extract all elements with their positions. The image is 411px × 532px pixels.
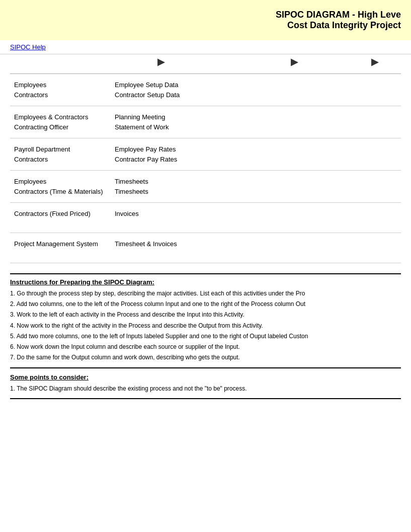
- supplier-line-2: Contractors: [14, 90, 107, 100]
- supplier-line-10: Project Management System: [14, 239, 107, 249]
- input-line-10: Timesheet & Invoices: [115, 239, 207, 249]
- customer-cell-2: [337, 110, 411, 114]
- supplier-line-3: Employees & Contractors: [14, 112, 107, 122]
- sipoc-help-link[interactable]: SIPOC Help: [10, 43, 46, 51]
- list-item: 7. Do the same for the Output column and…: [10, 353, 401, 362]
- input-line-7: Timesheets: [115, 177, 207, 187]
- list-item: 2. Add two columns, one to the left of t…: [10, 299, 401, 309]
- points-content: 1. The SIPOC Diagram should describe the…: [10, 384, 401, 394]
- list-item: 5. Add two more columns, one to the left…: [10, 332, 401, 341]
- output-cell-3: [252, 142, 337, 146]
- process-cell-3: [211, 142, 252, 146]
- table-row: Contractors (Fixed Priced) Invoices: [10, 203, 401, 233]
- list-item: 3. Work to the left of each activity in …: [10, 310, 401, 320]
- process-cell-5: [211, 207, 252, 211]
- sipoc-help-row: SIPOC Help: [0, 40, 411, 54]
- arrow-spacer-2: [211, 54, 252, 69]
- list-item: 4. Now work to the right of the activity…: [10, 321, 401, 331]
- output-cell-4: [252, 175, 337, 179]
- supplier-cell-3: Payroll Department Contractors: [10, 142, 111, 166]
- output-cell-1: [252, 78, 337, 82]
- arrows-row: ▶ ▶ ▶: [10, 54, 401, 69]
- table-row: Employees Contractors Employee Setup Dat…: [10, 74, 401, 106]
- output-cell-6: [252, 237, 337, 241]
- list-item: 6. Now work down the Input column and de…: [10, 342, 401, 352]
- supplier-line-6: Contractors: [14, 155, 107, 165]
- header-title-line2: Cost Data Integrity Project: [276, 20, 401, 31]
- points-title: Some points to consider:: [10, 373, 401, 381]
- instructions-title: Instructions for Preparing the SIPOC Dia…: [10, 278, 401, 286]
- supplier-line-8: Contractors (Time & Materials): [14, 187, 107, 197]
- input-line-6: Contractor Pay Rates: [115, 155, 207, 165]
- input-cell-5: Invoices: [111, 207, 211, 221]
- input-line-5: Employee Pay Rates: [115, 144, 207, 155]
- instructions-area: Instructions for Preparing the SIPOC Dia…: [10, 273, 401, 368]
- supplier-line-4: Contracting Officer: [14, 122, 107, 132]
- points-area: Some points to consider: 1. The SIPOC Di…: [10, 373, 401, 399]
- table-row: Project Management System Timesheet & In…: [10, 233, 401, 263]
- input-cell-1: Employee Setup Data Contractor Setup Dat…: [111, 78, 211, 102]
- customer-cell-6: [337, 237, 411, 241]
- input-line-3: Planning Meeting: [115, 112, 207, 122]
- input-cell-6: Timesheet & Invoices: [111, 237, 211, 251]
- supplier-cell-2: Employees & Contractors Contracting Offi…: [10, 110, 111, 134]
- input-line-1: Employee Setup Data: [115, 80, 207, 90]
- customer-cell-1: [337, 78, 411, 82]
- supplier-cell-1: Employees Contractors: [10, 78, 111, 102]
- input-cell-2: Planning Meeting Statement of Work: [111, 110, 211, 134]
- supplier-cell-5: Contractors (Fixed Priced): [10, 207, 111, 221]
- header-title-line1: SIPOC DIAGRAM - High Leve: [276, 10, 401, 20]
- input-cell-3: Employee Pay Rates Contractor Pay Rates: [111, 142, 211, 166]
- supplier-cell-4: Employees Contractors (Time & Materials): [10, 175, 111, 198]
- arrow-3: ▶: [337, 54, 411, 69]
- arrow-2: ▶: [252, 54, 337, 69]
- supplier-line-5: Payroll Department: [14, 144, 107, 155]
- input-cell-4: Timesheets Timesheets: [111, 175, 211, 198]
- process-cell-1: [211, 78, 252, 82]
- process-cell-6: [211, 237, 252, 241]
- input-line-4: Statement of Work: [115, 122, 207, 132]
- output-cell-2: [252, 110, 337, 114]
- table-row: Employees Contractors (Time & Materials)…: [10, 171, 401, 203]
- list-item: 1. Go through the process step by step, …: [10, 289, 401, 298]
- arrow-1: ▶: [111, 54, 211, 69]
- output-cell-5: [252, 207, 337, 211]
- table-row: Employees & Contractors Contracting Offi…: [10, 106, 401, 138]
- input-line-2: Contractor Setup Data: [115, 90, 207, 100]
- supplier-line-1: Employees: [14, 80, 107, 90]
- table-row: Payroll Department Contractors Employee …: [10, 138, 401, 171]
- header-title: SIPOC DIAGRAM - High Leve Cost Data Inte…: [276, 10, 401, 31]
- customer-cell-4: [337, 175, 411, 179]
- header-bar: SIPOC DIAGRAM - High Leve Cost Data Inte…: [0, 0, 411, 40]
- process-cell-2: [211, 110, 252, 114]
- sipoc-table-area: ▶ ▶ ▶ Employees Contractors Employee Set…: [0, 54, 411, 263]
- supplier-cell-6: Project Management System: [10, 237, 111, 251]
- supplier-line-7: Employees: [14, 177, 107, 187]
- input-line-9: Invoices: [115, 209, 207, 219]
- process-cell-4: [211, 175, 252, 179]
- supplier-line-9: Contractors (Fixed Priced): [14, 209, 107, 219]
- instructions-list: 1. Go through the process step by step, …: [10, 289, 401, 362]
- customer-cell-5: [337, 207, 411, 211]
- arrow-spacer-1: [10, 54, 111, 69]
- input-line-8: Timesheets: [115, 187, 207, 197]
- sipoc-rows: Employees Contractors Employee Setup Dat…: [10, 73, 401, 263]
- customer-cell-3: [337, 142, 411, 146]
